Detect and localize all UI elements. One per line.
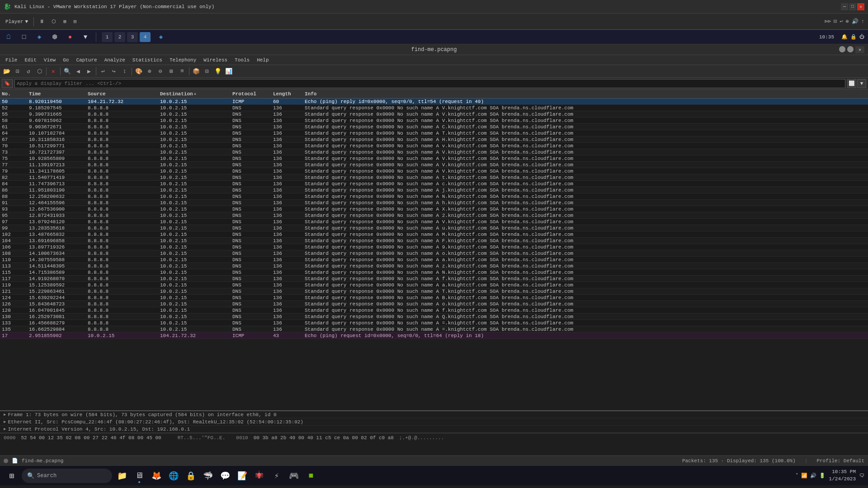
table-row[interactable]: 58 9.697815962 8.8.8.8 10.0.2.15 DNS 136…	[0, 117, 868, 124]
tb-open-btn[interactable]: 📂	[2, 66, 12, 76]
menu-wireless[interactable]: Wireless	[200, 56, 231, 64]
table-row[interactable]: 86 11.951803190 8.8.8.8 10.0.2.15 DNS 13…	[0, 187, 868, 193]
tb-find-btn[interactable]: 🔍	[62, 66, 72, 76]
table-row[interactable]: 84 11.747396713 8.8.8.8 10.0.2.15 DNS 13…	[0, 181, 868, 187]
table-row[interactable]: 130 16.252973081 8.8.8.8 10.0.2.15 DNS 1…	[0, 314, 868, 320]
taskbar-app-misc[interactable]: 🎮	[286, 468, 302, 484]
menu-help[interactable]: Help	[253, 56, 272, 64]
battery-icon[interactable]: 🔋	[819, 473, 826, 479]
minimize-button[interactable]: —	[841, 3, 848, 10]
table-row[interactable]: 82 11.540771419 8.8.8.8 10.0.2.15 DNS 13…	[0, 174, 868, 181]
vmware-icon-r5[interactable]: 🔊	[852, 18, 859, 25]
table-row[interactable]: 73 10.721727397 8.8.8.8 10.0.2.15 DNS 13…	[0, 149, 868, 155]
tab-2[interactable]: 2	[114, 32, 125, 42]
filter-expand-btn[interactable]: ⬜	[847, 79, 856, 88]
menu-analyze[interactable]: Analyze	[101, 56, 129, 64]
table-row[interactable]: 124 15.639292244 8.8.8.8 10.0.2.15 DNS 1…	[0, 295, 868, 301]
vmware-icon-r1[interactable]: ⊳⊳	[825, 18, 831, 25]
taskbar-app-firefox[interactable]: 🦊	[148, 468, 165, 484]
taskbar-app-vscode[interactable]: 📝	[234, 468, 250, 484]
table-row[interactable]: 88 12.258200632 8.8.8.8 10.0.2.15 DNS 13…	[0, 193, 868, 200]
vm-dropdown-btn[interactable]: ▼	[80, 32, 90, 42]
table-row[interactable]: 77 11.139197213 8.8.8.8 10.0.2.15 DNS 13…	[0, 162, 868, 168]
table-row[interactable]: 97 13.079248120 8.8.8.8 10.0.2.15 DNS 13…	[0, 219, 868, 225]
table-row[interactable]: 52 9.185207545 8.8.8.8 10.0.2.15 DNS 136…	[0, 105, 868, 111]
menu-capture[interactable]: Capture	[72, 56, 100, 64]
tb-columns-btn[interactable]: ⊟	[202, 66, 212, 76]
tb-close-btn[interactable]: ⊡	[13, 66, 23, 76]
menu-file[interactable]: File	[2, 56, 21, 64]
tb-layout2-btn[interactable]: ≡	[177, 66, 187, 76]
vm-app-icon-3[interactable]: ◈	[34, 32, 44, 42]
tb-layout1-btn[interactable]: ⊞	[166, 66, 176, 76]
taskbar-clock[interactable]: 10:35 PM 1/24/2023	[829, 469, 856, 483]
vmware-icon-r4[interactable]: ⊕	[846, 18, 849, 25]
topbar-power-icon[interactable]: ⏻	[859, 34, 864, 40]
table-row[interactable]: 115 14.715386589 8.8.8.8 10.0.2.15 DNS 1…	[0, 269, 868, 276]
table-row[interactable]: 79 11.341178605 8.8.8.8 10.0.2.15 DNS 13…	[0, 168, 868, 174]
table-row[interactable]: 104 13.691696858 8.8.8.8 10.0.2.15 DNS 1…	[0, 238, 868, 244]
col-header-time[interactable]: Time	[27, 91, 86, 97]
vm-topbar-icon-right[interactable]: ◈	[156, 32, 166, 42]
table-row[interactable]: 99 13.283535618 8.8.8.8 10.0.2.15 DNS 13…	[0, 225, 868, 231]
vmware-btn4[interactable]: ⊟	[72, 18, 79, 25]
col-header-destination[interactable]: Destination ▲	[158, 91, 231, 97]
tb-fwdpkt-btn[interactable]: ↪	[109, 66, 119, 76]
detail-row-1[interactable]: ▶ Frame 1: 73 bytes on wire (584 bits), …	[0, 411, 868, 418]
taskbar-app-discord[interactable]: 💬	[217, 468, 233, 484]
tb-back-btn[interactable]: ◀	[73, 66, 83, 76]
table-row[interactable]: 110 14.307559588 8.8.8.8 10.0.2.15 DNS 1…	[0, 257, 868, 263]
taskbar-app-terminal[interactable]: 🖥	[131, 468, 147, 484]
wifi-icon[interactable]: 📶	[801, 473, 807, 479]
menu-go[interactable]: Go	[59, 56, 72, 64]
vmware-icon-r6[interactable]: ↑	[861, 19, 864, 25]
tb-expert-btn[interactable]: 💡	[213, 66, 223, 76]
filter-dropdown-btn[interactable]: ▼	[857, 79, 866, 88]
restore-button[interactable]: □	[849, 3, 856, 10]
table-row[interactable]: 135 16.662529884 8.8.8.8 10.0.2.15 DNS 1…	[0, 326, 868, 333]
tb-iograph-btn[interactable]: 📊	[224, 66, 234, 76]
tb-fwd-btn[interactable]: ▶	[84, 66, 94, 76]
table-row[interactable]: 91 12.464155596 8.8.8.8 10.0.2.15 DNS 13…	[0, 200, 868, 206]
ws-close-btn[interactable]: ✕	[855, 46, 864, 53]
col-header-info[interactable]: Info	[303, 91, 868, 97]
vm-app-icon-4[interactable]: ⬢	[50, 32, 60, 42]
col-header-source[interactable]: Source	[86, 91, 158, 97]
menu-statistics[interactable]: Statistics	[129, 56, 166, 64]
start-button[interactable]: ⊞	[4, 468, 20, 484]
col-header-no[interactable]: No.	[0, 91, 27, 97]
table-row[interactable]: 113 14.511448395 8.8.8.8 10.0.2.15 DNS 1…	[0, 263, 868, 269]
menu-view[interactable]: View	[40, 56, 59, 64]
table-row[interactable]: 106 13.897719326 8.8.8.8 10.0.2.15 DNS 1…	[0, 244, 868, 250]
taskbar-app-files[interactable]: 📁	[114, 468, 130, 484]
table-row[interactable]: 121 15.229863461 8.8.8.8 10.0.2.15 DNS 1…	[0, 288, 868, 295]
vm-app-icon-2[interactable]: □	[19, 32, 29, 42]
table-row[interactable]: 75 10.928565809 8.8.8.8 10.0.2.15 DNS 13…	[0, 155, 868, 162]
col-header-protocol[interactable]: Protocol	[231, 91, 271, 97]
table-row[interactable]: 108 14.100673634 8.8.8.8 10.0.2.15 DNS 1…	[0, 250, 868, 257]
close-button[interactable]: ✕	[857, 3, 864, 10]
taskbar-app-nvidia[interactable]: ■	[303, 468, 319, 484]
table-row[interactable]: 17 2.951855902 10.0.2.15 104.21.72.32 IC…	[0, 333, 868, 339]
tb-zoom-out-btn[interactable]: ⊖	[156, 66, 165, 76]
tab-1[interactable]: 1	[102, 32, 113, 42]
tb-nxtpkt-btn[interactable]: ↕	[120, 66, 130, 76]
detail-row-3[interactable]: ▶ Internet Protocol Version 4, Src: 10.0…	[0, 426, 868, 433]
table-row[interactable]: 93 12.667536900 8.8.8.8 10.0.2.15 DNS 13…	[0, 206, 868, 212]
player-button[interactable]: Player ▼	[4, 18, 30, 25]
systray-chevron-icon[interactable]: ˄	[796, 473, 798, 479]
menu-tools[interactable]: Tools	[231, 56, 253, 64]
tab-4[interactable]: 4	[140, 32, 151, 42]
menu-telephony[interactable]: Telephony	[166, 56, 200, 64]
table-row[interactable]: 95 12.872431933 8.8.8.8 10.0.2.15 DNS 13…	[0, 212, 868, 219]
topbar-lock-icon[interactable]: 🔒	[850, 34, 857, 40]
topbar-bell-icon[interactable]: 🔔	[841, 34, 848, 40]
vmware-icon-r3[interactable]: ↩	[840, 18, 843, 25]
table-row[interactable]: 102 13.487665832 8.8.8.8 10.0.2.15 DNS 1…	[0, 231, 868, 238]
detail-row-2[interactable]: ▶ Ethernet II, Src: PcsCompu_22:46:4f (0…	[0, 418, 868, 426]
table-row[interactable]: 128 16.047001845 8.8.8.8 10.0.2.15 DNS 1…	[0, 307, 868, 314]
vmware-icon-r2[interactable]: ⊡	[834, 18, 837, 25]
tab-3[interactable]: 3	[127, 32, 138, 42]
table-row[interactable]: 55 9.390731665 8.8.8.8 10.0.2.15 DNS 136…	[0, 111, 868, 117]
vmware-btn3[interactable]: ⊞	[61, 18, 68, 25]
